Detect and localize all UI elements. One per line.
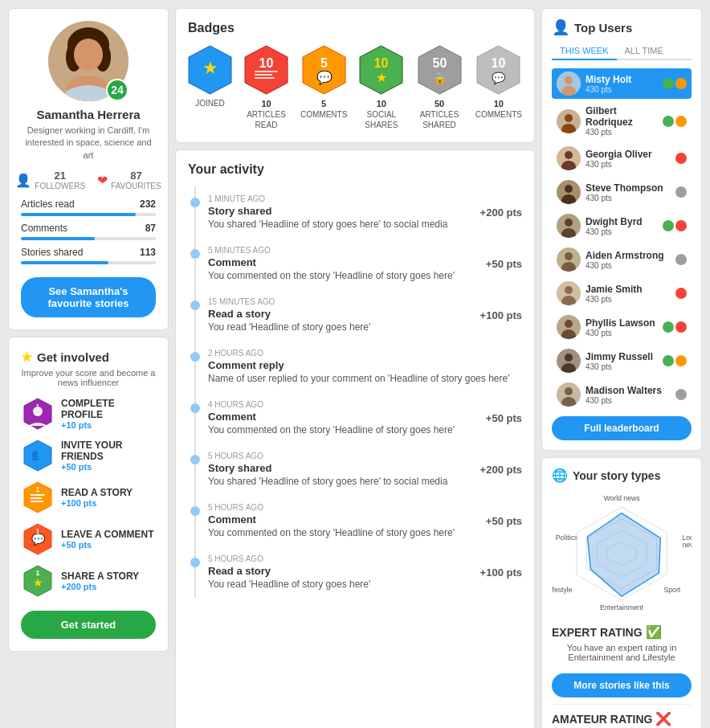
get-started-button[interactable]: Get started xyxy=(21,611,156,639)
svg-point-54 xyxy=(565,219,573,227)
svg-text:1: 1 xyxy=(36,403,40,410)
comments-value: 87 xyxy=(145,223,156,234)
svg-marker-24 xyxy=(245,46,288,94)
expert-rating-desc: You have an expert rating in Entertainme… xyxy=(552,643,692,662)
top-user-badges-0 xyxy=(663,78,687,89)
top-user-info-0: Misty Holt 430 pts xyxy=(586,74,658,94)
follow-row: 👤 21 FOLLOWERS ❤ 87 FAVOURITES xyxy=(21,170,156,190)
activity-pts-2: +100 pts xyxy=(480,309,522,321)
activity-time-7: 5 HOURS AGO xyxy=(208,554,472,563)
top-user-badges-7 xyxy=(663,321,687,333)
top-user-pts-6: 430 pts xyxy=(586,295,671,304)
fav-stories-button[interactable]: See Samantha's favourite stories xyxy=(21,277,156,317)
activity-list: 1 MINUTE AGO Story shared You shared 'He… xyxy=(188,186,522,598)
top-user-pts-4: 430 pts xyxy=(586,227,658,236)
top-users-title: Top Users xyxy=(574,21,632,35)
gi-share-story-text: SHARE A STORY +200 pts xyxy=(61,571,139,591)
top-user-avatar-1 xyxy=(557,109,581,133)
comments-row: Comments 87 xyxy=(21,223,156,240)
gi-read-story-text: READ A STORY +100 pts xyxy=(61,487,133,508)
radar-chart: World news Local news Sport Entertainmen… xyxy=(552,489,692,618)
top-user-2: Georgia Oliver 430 pts xyxy=(552,143,692,174)
svg-text:👥: 👥 xyxy=(31,448,45,461)
top-user-avatar-4 xyxy=(557,214,581,238)
activity-pts-7: +100 pts xyxy=(480,566,522,579)
activity-item-4: 4 HOURS AGO Comment You commented on the… xyxy=(194,392,522,444)
top-user-name-9: Madison Walters xyxy=(586,385,671,396)
svg-marker-82 xyxy=(587,513,660,596)
stories-shared-bar xyxy=(21,261,108,264)
svg-point-69 xyxy=(565,387,573,395)
svg-point-57 xyxy=(565,252,573,260)
activity-desc-6: You commented on the story 'Headline of … xyxy=(208,527,478,538)
top-user-badges-2 xyxy=(675,153,687,164)
svg-marker-35 xyxy=(418,46,461,94)
activity-time-3: 2 HOURS AGO xyxy=(208,349,514,358)
badge-joined: ★ JOINED xyxy=(188,45,232,108)
top-user-info-7: Phyllis Lawson 430 pts xyxy=(586,317,658,337)
svg-text:★: ★ xyxy=(202,58,218,78)
favourites-count: 87 xyxy=(111,170,161,182)
badge-locked-10: 10 💬 10COMMENTS xyxy=(475,45,522,120)
top-user-1: Gilbert Rodriquez 430 pts xyxy=(552,102,692,140)
articles-read-row: Articles read 232 xyxy=(21,198,156,216)
top-user-avatar-0 xyxy=(557,72,581,96)
tab-all-time[interactable]: ALL TIME xyxy=(617,43,671,59)
top-user-badges-8 xyxy=(663,355,687,366)
svg-text:🔒: 🔒 xyxy=(433,72,447,85)
heart-icon: ❤ xyxy=(97,173,108,188)
check-icon: ✅ xyxy=(646,624,662,640)
top-user-info-5: Aiden Armstrong 430 pts xyxy=(586,250,671,270)
amateur-rating: AMATEUR RATING ❌ You have not read many … xyxy=(552,711,692,728)
favourites-label: FAVOURITES xyxy=(111,182,161,190)
activity-action-2: Read a story xyxy=(208,308,472,320)
top-user-pts-5: 430 pts xyxy=(586,261,671,270)
activity-desc-3: Name of user replied to your comment on … xyxy=(208,373,514,384)
top-user-9: Madison Walters 430 pts xyxy=(552,379,692,410)
tab-this-week[interactable]: THIS WEEK xyxy=(552,43,617,60)
activity-time-2: 15 MINUTES AGO xyxy=(208,297,472,306)
svg-point-51 xyxy=(565,185,573,193)
articles-read-bar xyxy=(21,213,136,216)
top-user-pts-3: 430 pts xyxy=(586,194,671,202)
articles-read-label: Articles read xyxy=(21,198,75,210)
top-user-5: Aiden Armstrong 430 pts xyxy=(552,244,692,275)
top-user-badges-9 xyxy=(675,389,687,400)
more-stories-button[interactable]: More stories like this xyxy=(552,673,692,697)
top-users-list: Misty Holt 430 pts Gilbert Rodriquez 430… xyxy=(552,68,692,410)
svg-marker-32 xyxy=(360,46,402,94)
badge-articles: 10 10ARTICLES READ xyxy=(244,45,288,130)
svg-point-66 xyxy=(565,354,573,362)
stories-shared-label: Stories shared xyxy=(21,247,83,258)
articles-read-bar-bg xyxy=(21,213,156,216)
svg-text:news: news xyxy=(682,541,692,549)
story-types-card: 🌐 Your story types World news Local news… xyxy=(541,457,702,728)
activity-desc-2: You read 'Headline of story goes here' xyxy=(208,321,472,333)
activity-item-6: 5 HOURS AGO Comment You commented on the… xyxy=(194,495,522,546)
top-user-6: Jamie Smith 430 pts xyxy=(552,278,692,309)
activity-action-4: Comment xyxy=(208,411,478,423)
amateur-rating-title: AMATEUR RATING ❌ xyxy=(552,711,692,726)
top-user-name-8: Jimmy Russell xyxy=(586,351,658,362)
svg-text:Lifestyle: Lifestyle xyxy=(552,586,573,594)
svg-point-4 xyxy=(74,39,103,71)
badges-card: Badges ★ JOINED 10 xyxy=(175,8,535,143)
full-leaderboard-button[interactable]: Full leaderboard xyxy=(552,416,692,440)
activity-time-1: 5 MINUTES AGO xyxy=(208,246,478,255)
activity-action-5: Story shared xyxy=(208,462,472,474)
svg-rect-27 xyxy=(255,74,272,76)
svg-text:Politics: Politics xyxy=(556,534,578,542)
activity-action-0: Story shared xyxy=(208,205,472,217)
gi-share-story: 1 ★ SHARE A STORY +200 pts xyxy=(21,564,156,598)
comments-bar-bg xyxy=(21,237,156,240)
svg-text:5: 5 xyxy=(320,56,328,70)
top-user-badges-6 xyxy=(675,288,687,299)
svg-rect-15 xyxy=(31,501,43,502)
top-user-pts-9: 430 pts xyxy=(586,396,671,405)
top-user-avatar-9 xyxy=(557,382,581,407)
divider xyxy=(552,704,692,705)
top-user-info-8: Jimmy Russell 430 pts xyxy=(586,351,658,371)
gi-leave-comment-text: LEAVE A COMMENT +50 pts xyxy=(61,529,154,550)
comments-bar xyxy=(21,237,95,240)
svg-text:💬: 💬 xyxy=(492,72,506,85)
